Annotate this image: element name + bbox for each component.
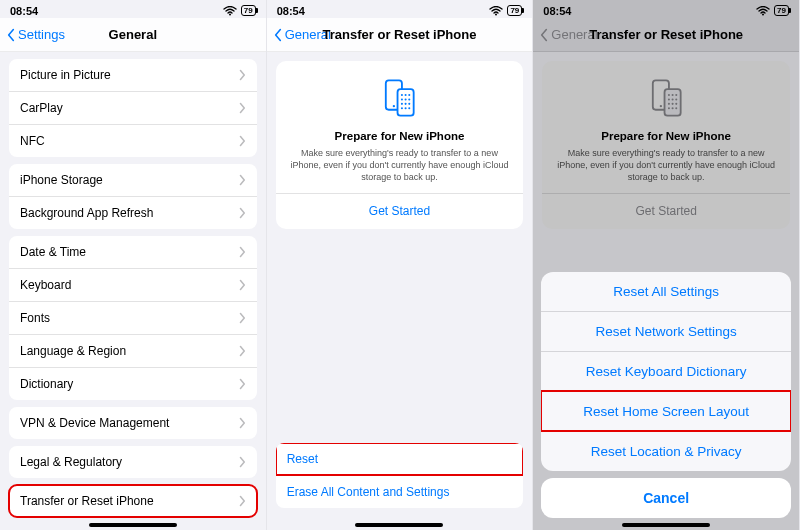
row-date-time[interactable]: Date & Time <box>9 236 257 268</box>
settings-group: Picture in Picture CarPlay NFC <box>9 59 257 157</box>
status-right: 79 <box>223 5 256 16</box>
row-language-region[interactable]: Language & Region <box>9 334 257 367</box>
row-label: Picture in Picture <box>20 68 111 82</box>
svg-point-15 <box>405 107 407 109</box>
status-time: 08:54 <box>277 5 305 17</box>
row-label: Transfer or Reset iPhone <box>20 494 154 508</box>
row-fonts[interactable]: Fonts <box>9 301 257 334</box>
row-legal-regulatory[interactable]: Legal & Regulatory <box>9 446 257 478</box>
home-indicator[interactable] <box>622 523 710 527</box>
chevron-right-icon <box>238 207 246 219</box>
sheet-reset-home-screen-layout[interactable]: Reset Home Screen Layout <box>541 391 791 431</box>
chevron-right-icon <box>238 456 246 468</box>
chevron-right-icon <box>238 279 246 291</box>
row-label: Fonts <box>20 311 50 325</box>
nav-back-button[interactable]: General <box>273 27 331 42</box>
erase-label: Erase All Content and Settings <box>287 485 450 499</box>
chevron-right-icon <box>238 312 246 324</box>
svg-point-5 <box>401 94 403 96</box>
get-started-button[interactable]: Get Started <box>290 194 510 229</box>
sheet-reset-all-settings[interactable]: Reset All Settings <box>541 272 791 311</box>
row-label: CarPlay <box>20 101 63 115</box>
svg-point-9 <box>405 98 407 100</box>
chevron-left-icon <box>273 28 283 42</box>
settings-group: VPN & Device Management <box>9 407 257 439</box>
status-bar: 08:54 79 <box>267 0 533 18</box>
row-label: Dictionary <box>20 377 73 391</box>
row-nfc[interactable]: NFC <box>9 124 257 157</box>
settings-group: iPhone Storage Background App Refresh <box>9 164 257 229</box>
settings-scroll[interactable]: Picture in Picture CarPlay NFC iPhone St… <box>0 52 266 530</box>
svg-point-11 <box>401 103 403 105</box>
reset-button[interactable]: Reset <box>276 443 524 475</box>
sheet-reset-network-settings[interactable]: Reset Network Settings <box>541 311 791 351</box>
prepare-desc: Make sure everything's ready to transfer… <box>290 147 510 183</box>
svg-point-14 <box>401 107 403 109</box>
wifi-icon <box>223 6 237 16</box>
action-sheet: Reset All Settings Reset Network Setting… <box>533 264 799 530</box>
settings-group: Date & Time Keyboard Fonts Language & Re… <box>9 236 257 400</box>
row-carplay[interactable]: CarPlay <box>9 91 257 124</box>
chevron-right-icon <box>238 174 246 186</box>
row-picture-in-picture[interactable]: Picture in Picture <box>9 59 257 91</box>
row-vpn-device-management[interactable]: VPN & Device Management <box>9 407 257 439</box>
wifi-icon <box>489 6 503 16</box>
sheet-reset-location-privacy[interactable]: Reset Location & Privacy <box>541 431 791 471</box>
chevron-right-icon <box>238 102 246 114</box>
phone-action-sheet: 08:54 79 General Transfer or Reset iPhon… <box>533 0 800 530</box>
chevron-right-icon <box>238 69 246 81</box>
phone-transfer-reset: 08:54 79 General Transfer or Reset iPhon… <box>267 0 534 530</box>
row-label: iPhone Storage <box>20 173 103 187</box>
chevron-left-icon <box>6 28 16 42</box>
settings-group: Transfer or Reset iPhone <box>9 485 257 517</box>
chevron-right-icon <box>238 495 246 507</box>
row-label: NFC <box>20 134 45 148</box>
home-indicator[interactable] <box>355 523 443 527</box>
chevron-right-icon <box>238 378 246 390</box>
erase-button[interactable]: Erase All Content and Settings <box>276 475 524 508</box>
status-right: 79 <box>489 5 522 16</box>
battery-icon: 79 <box>241 5 256 16</box>
svg-point-12 <box>405 103 407 105</box>
chevron-right-icon <box>238 246 246 258</box>
status-bar: 08:54 79 <box>0 0 266 18</box>
svg-point-10 <box>409 98 411 100</box>
settings-group: Legal & Regulatory <box>9 446 257 478</box>
svg-rect-4 <box>398 89 414 115</box>
battery-icon: 79 <box>507 5 522 16</box>
prepare-card: Prepare for New iPhone Make sure everyth… <box>276 61 524 229</box>
bottom-actions: Reset Erase All Content and Settings <box>267 443 533 530</box>
reset-label: Reset <box>287 452 318 466</box>
svg-point-0 <box>229 13 231 15</box>
status-time: 08:54 <box>10 5 38 17</box>
svg-point-7 <box>409 94 411 96</box>
nav-bar: Settings General <box>0 18 266 52</box>
nav-back-button[interactable]: Settings <box>6 27 65 42</box>
row-iphone-storage[interactable]: iPhone Storage <box>9 164 257 196</box>
row-label: Language & Region <box>20 344 126 358</box>
svg-point-1 <box>495 13 497 15</box>
row-label: Background App Refresh <box>20 206 153 220</box>
row-keyboard[interactable]: Keyboard <box>9 268 257 301</box>
svg-point-16 <box>409 107 411 109</box>
prepare-icon <box>377 76 421 120</box>
phone-general: 08:54 79 Settings General Picture in Pic… <box>0 0 267 530</box>
home-indicator[interactable] <box>89 523 177 527</box>
row-dictionary[interactable]: Dictionary <box>9 367 257 400</box>
svg-point-13 <box>409 103 411 105</box>
svg-point-6 <box>405 94 407 96</box>
sheet-reset-keyboard-dictionary[interactable]: Reset Keyboard Dictionary <box>541 351 791 391</box>
row-transfer-or-reset[interactable]: Transfer or Reset iPhone <box>9 485 257 517</box>
sheet-cancel-button[interactable]: Cancel <box>541 478 791 518</box>
action-sheet-group: Reset All Settings Reset Network Setting… <box>541 272 791 471</box>
chevron-right-icon <box>238 135 246 147</box>
chevron-right-icon <box>238 345 246 357</box>
row-background-app-refresh[interactable]: Background App Refresh <box>9 196 257 229</box>
row-label: VPN & Device Management <box>20 416 169 430</box>
svg-point-3 <box>393 105 395 107</box>
row-label: Date & Time <box>20 245 86 259</box>
reset-erase-group: Reset Erase All Content and Settings <box>276 443 524 508</box>
chevron-right-icon <box>238 417 246 429</box>
svg-point-8 <box>401 98 403 100</box>
row-label: Keyboard <box>20 278 71 292</box>
